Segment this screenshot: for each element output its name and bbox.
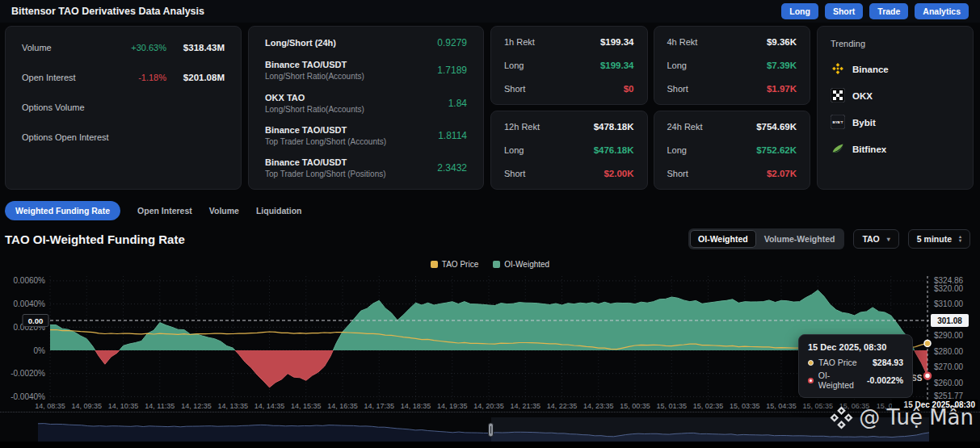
tooltip-row-price: TAO Price $284.93: [808, 358, 903, 367]
4h-rekt-card: 4h Rekt$9.36KLong$7.39KShort$1.97K: [654, 26, 811, 105]
toggle-volume-weighted[interactable]: Volume-Weighted: [756, 230, 843, 248]
stat-change: -1.18%: [113, 73, 166, 82]
watermark: @ Tuệ Mẫn: [830, 405, 974, 429]
rekt-long-value: $476.18K: [594, 145, 634, 155]
x-axis-tick: 14, 11:35: [145, 402, 175, 410]
trending-title: Trending: [831, 39, 960, 48]
right-axis-tick: $320.00: [934, 284, 964, 293]
stat-row-options-volume: Options Volume: [22, 99, 225, 115]
rekt-total-row: 24h Rekt$754.69K: [667, 122, 797, 132]
tooltip-date: 15 Dec 2025, 08:30: [808, 342, 903, 352]
x-axis-tick: 15, 02:35: [693, 402, 724, 410]
header-actions: LongShortTradeAnalytics: [781, 3, 969, 19]
page-title: Bittensor TAO Derivatives Data Analysis: [11, 6, 204, 17]
right-axis-tick: $260.00: [934, 379, 964, 387]
long-button[interactable]: Long: [781, 3, 818, 19]
rekt-title: 24h Rekt: [667, 122, 703, 132]
x-axis-tick: 14, 16:35: [327, 402, 358, 410]
stat-row-open-interest: Open Interest-1.18%$201.08M: [22, 69, 225, 86]
crosshair-left-label: 0.00: [28, 316, 44, 325]
navigator-handle[interactable]: [489, 423, 494, 437]
rekt-short-label: Short: [504, 169, 525, 178]
x-axis-tick: 14, 22:35: [547, 402, 578, 410]
x-axis-tick: 14, 17:35: [364, 402, 394, 410]
tooltip-price-label: TAO Price: [818, 358, 857, 367]
analytics-button[interactable]: Analytics: [915, 3, 969, 19]
symbol-select[interactable]: TAO ▾: [853, 229, 898, 249]
x-axis-tick: 14, 15:35: [291, 402, 322, 410]
rekt-short-row: Short$1.97K: [667, 84, 797, 94]
liquidation-rekt-cards: 1h Rekt$199.34Long$199.34Short$04h Rekt$…: [490, 26, 810, 190]
left-axis-tick: 0%: [34, 346, 46, 355]
binance-logo-icon: [831, 61, 845, 77]
tooltip-funding-label: OI-Weighted: [818, 371, 862, 390]
trending-item-label: Bitfinex: [852, 144, 886, 154]
rekt-total-value: $754.69K: [756, 122, 797, 132]
x-axis-tick: 14, 14:35: [254, 402, 285, 410]
x-axis-tick: 15, 00:35: [620, 402, 650, 410]
okx-logo-icon: [831, 88, 845, 104]
ratio-title: Binance TAO/USDT: [265, 125, 438, 135]
long-short-ratio-card: Long/Short (24h)0.9279Binance TAO/USDTLo…: [248, 26, 484, 190]
ratio-row-long-short-24h: Long/Short (24h)0.9279: [265, 37, 467, 48]
trending-item-label: Bybit: [852, 118, 876, 128]
funding-marker-dot: [924, 373, 931, 379]
ratio-subtitle: Long/Short Ratio(Accounts): [265, 105, 448, 114]
svg-text:BYB'T: BYB'T: [832, 120, 843, 124]
rekt-short-value: $2.07K: [767, 169, 797, 178]
trending-item-bybit[interactable]: BYB'TBybit: [831, 115, 960, 131]
trade-button[interactable]: Trade: [869, 3, 908, 19]
diamond-logo-icon: [830, 406, 853, 429]
rekt-total-value: $478.18K: [594, 122, 634, 132]
ratio-title: Binance TAO/USDT: [265, 60, 437, 69]
chart-navigator-scrollbar[interactable]: [38, 417, 929, 442]
ratio-row-binance-tao-usdttop-trader-long-short-positions: Binance TAO/USDTTop Trader Long/Short (P…: [265, 157, 467, 178]
short-button[interactable]: Short: [825, 3, 863, 19]
symbol-select-value: TAO: [862, 234, 879, 244]
trending-item-okx[interactable]: OKX: [831, 88, 960, 104]
rekt-title: 12h Rekt: [504, 122, 540, 132]
tab-volume[interactable]: Volume: [209, 206, 239, 216]
ratio-value: 1.8114: [438, 130, 467, 141]
trending-item-label: OKX: [852, 91, 873, 101]
tab-open-interest[interactable]: Open Interest: [137, 206, 192, 216]
left-axis-tick: 0.0060%: [14, 276, 46, 285]
chart-tabs: Weighted Funding RateOpen InterestVolume…: [5, 201, 301, 220]
volume-oi-card: Volume+30.63%$318.43MOpen Interest-1.18%…: [5, 26, 242, 190]
ratio-value: 2.3432: [437, 162, 467, 174]
24h-rekt-card: 24h Rekt$754.69KLong$752.62KShort$2.07K: [654, 111, 811, 190]
rekt-long-label: Long: [504, 61, 524, 70]
tab-liquidation[interactable]: Liquidation: [256, 206, 302, 216]
trending-item-bitfinex[interactable]: Bitfinex: [831, 141, 960, 157]
ratio-labels: Long/Short (24h): [265, 38, 437, 48]
x-axis-tick: 15, 01:35: [656, 402, 687, 410]
tab-weighted-funding-rate[interactable]: Weighted Funding Rate: [5, 201, 120, 220]
ratio-subtitle: Top Trader Long/Short (Accounts): [265, 137, 438, 146]
ratio-title: Binance TAO/USDT: [265, 157, 437, 167]
ratio-row-binance-tao-usdttop-trader-long-short-accounts: Binance TAO/USDTTop Trader Long/Short (A…: [265, 125, 467, 146]
rekt-total-row: 1h Rekt$199.34: [504, 37, 634, 47]
chart-controls: OI-Weighted Volume-Weighted TAO ▾ 5 minu…: [688, 228, 970, 249]
1h-rekt-card: 1h Rekt$199.34Long$199.34Short$0: [490, 26, 648, 105]
rekt-long-label: Long: [667, 61, 687, 70]
trending-item-label: Binance: [852, 65, 889, 74]
interval-select-value: 5 minute: [917, 234, 952, 244]
trending-list: BinanceOKXBYB'TBybitBitfinex: [831, 61, 960, 157]
ratio-subtitle: Top Trader Long/Short (Positions): [265, 170, 437, 178]
left-axis-tick: 0.0040%: [14, 299, 46, 308]
x-axis-tick: 15, 04:35: [766, 402, 797, 410]
left-axis-tick: -0.0040%: [11, 392, 45, 401]
ratio-row-okx-taolong-short-ratio-accounts: OKX TAOLong/Short Ratio(Accounts)1.84: [265, 93, 467, 114]
rekt-short-row: Short$0: [504, 84, 634, 94]
interval-select[interactable]: 5 minute ▴▾: [908, 229, 970, 249]
spinner-updown-icon: ▴▾: [959, 235, 961, 243]
trending-item-binance[interactable]: Binance: [831, 61, 960, 77]
rekt-long-label: Long: [667, 145, 687, 155]
toggle-oi-weighted[interactable]: OI-Weighted: [690, 230, 756, 248]
x-axis-tick: 14, 19:35: [437, 402, 468, 410]
stat-label: Volume: [22, 43, 113, 52]
right-axis-tick: $251.77: [934, 391, 964, 400]
bitfinex-logo-icon: [831, 141, 845, 157]
rekt-short-label: Short: [667, 169, 688, 178]
chart-legend: TAO PriceOI-Weighted: [0, 260, 980, 269]
